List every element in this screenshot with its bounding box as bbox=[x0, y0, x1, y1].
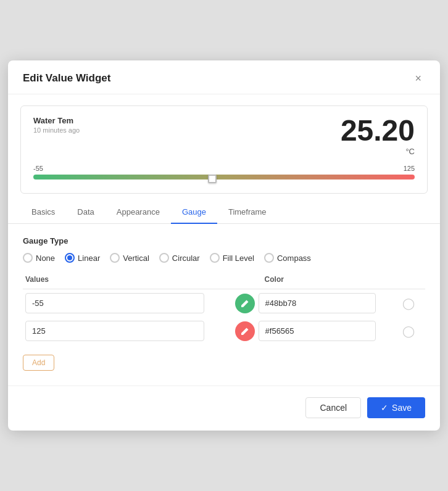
col-color-header: Color bbox=[228, 275, 395, 289]
radio-circle-linear bbox=[65, 253, 75, 263]
value-cell-2 bbox=[23, 317, 228, 345]
save-button[interactable]: ✓ Save bbox=[367, 397, 425, 418]
color-input-1[interactable] bbox=[259, 293, 376, 313]
dialog-body: Gauge Type None Linear Vertical Circular bbox=[8, 224, 440, 377]
radio-fill-level[interactable]: Fill Level bbox=[210, 253, 254, 263]
add-row-button[interactable]: Add bbox=[23, 355, 54, 371]
gauge-bar-container: -55 125 bbox=[33, 165, 415, 182]
remove-row-1-button[interactable]: ◯ bbox=[397, 297, 420, 310]
pencil-icon bbox=[241, 299, 249, 308]
radio-circle-circular bbox=[159, 253, 169, 263]
radio-label-compass: Compass bbox=[277, 254, 311, 263]
tab-gauge[interactable]: Gauge bbox=[171, 200, 217, 224]
color-cell-group-2 bbox=[230, 321, 392, 341]
tab-data[interactable]: Data bbox=[66, 200, 105, 224]
value-input-2[interactable] bbox=[25, 321, 204, 341]
values-table: Values Color bbox=[23, 275, 425, 345]
color-swatch-2[interactable] bbox=[235, 321, 255, 341]
radio-label-vertical: Vertical bbox=[123, 254, 149, 263]
dialog-title: Edit Value Widget bbox=[23, 72, 110, 85]
table-row: ◯ bbox=[23, 317, 425, 345]
cancel-button[interactable]: Cancel bbox=[305, 397, 361, 418]
preview-title: Water Tem bbox=[33, 116, 80, 125]
color-cell-1 bbox=[228, 289, 395, 318]
tab-basics[interactable]: Basics bbox=[20, 200, 66, 224]
radio-circle-compass bbox=[264, 253, 274, 263]
edit-value-widget-dialog: Edit Value Widget × Water Tem 10 minutes… bbox=[8, 60, 440, 431]
remove-cell-1: ◯ bbox=[395, 289, 425, 318]
gauge-type-radio-group: None Linear Vertical Circular Fill Level… bbox=[23, 253, 425, 263]
radio-circle-vertical bbox=[110, 253, 120, 263]
save-checkmark-icon: ✓ bbox=[381, 403, 388, 413]
radio-circle-fill-level bbox=[210, 253, 220, 263]
radio-label-none: None bbox=[36, 254, 55, 263]
gauge-min-label: -55 bbox=[33, 165, 43, 172]
table-row: ◯ bbox=[23, 289, 425, 318]
color-swatch-1[interactable] bbox=[235, 294, 255, 313]
preview-timestamp: 10 minutes ago bbox=[33, 126, 80, 134]
tabs-row: Basics Data Appearance Gauge Timeframe bbox=[8, 200, 440, 224]
color-cell-2 bbox=[228, 317, 395, 345]
gauge-bar-wrapper[interactable] bbox=[33, 175, 415, 182]
radio-none[interactable]: None bbox=[23, 253, 55, 263]
gauge-range-labels: -55 125 bbox=[33, 165, 415, 172]
gauge-thumb[interactable] bbox=[208, 175, 217, 183]
color-cell-group-1 bbox=[230, 293, 392, 313]
dialog-footer: Cancel ✓ Save bbox=[8, 386, 440, 431]
color-input-2[interactable] bbox=[259, 321, 376, 341]
preview-unit: °C bbox=[341, 147, 415, 156]
preview-top: Water Tem 10 minutes ago 25.20 °C bbox=[33, 116, 415, 156]
radio-circle-none bbox=[23, 253, 33, 263]
gauge-max-label: 125 bbox=[404, 165, 415, 172]
save-label: Save bbox=[392, 403, 412, 413]
remove-cell-2: ◯ bbox=[395, 317, 425, 345]
radio-linear[interactable]: Linear bbox=[65, 253, 100, 263]
value-cell-1 bbox=[23, 289, 228, 318]
value-input-1[interactable] bbox=[25, 293, 204, 313]
radio-vertical[interactable]: Vertical bbox=[110, 253, 149, 263]
gauge-type-title: Gauge Type bbox=[23, 236, 425, 246]
dialog-header: Edit Value Widget × bbox=[8, 60, 440, 94]
radio-label-circular: Circular bbox=[172, 254, 200, 263]
widget-preview: Water Tem 10 minutes ago 25.20 °C -55 12… bbox=[20, 105, 428, 194]
close-button[interactable]: × bbox=[411, 72, 425, 85]
radio-circular[interactable]: Circular bbox=[159, 253, 200, 263]
col-values-header: Values bbox=[23, 275, 228, 289]
radio-compass[interactable]: Compass bbox=[264, 253, 311, 263]
preview-value-group: 25.20 °C bbox=[341, 116, 415, 156]
preview-value: 25.20 bbox=[341, 116, 415, 146]
remove-row-2-button[interactable]: ◯ bbox=[397, 324, 420, 338]
tab-timeframe[interactable]: Timeframe bbox=[217, 200, 278, 224]
radio-label-fill-level: Fill Level bbox=[223, 254, 254, 263]
gauge-bar bbox=[33, 175, 415, 179]
radio-label-linear: Linear bbox=[78, 254, 100, 263]
tab-appearance[interactable]: Appearance bbox=[106, 200, 171, 224]
pencil-icon bbox=[241, 327, 249, 336]
preview-labels: Water Tem 10 minutes ago bbox=[33, 116, 80, 134]
